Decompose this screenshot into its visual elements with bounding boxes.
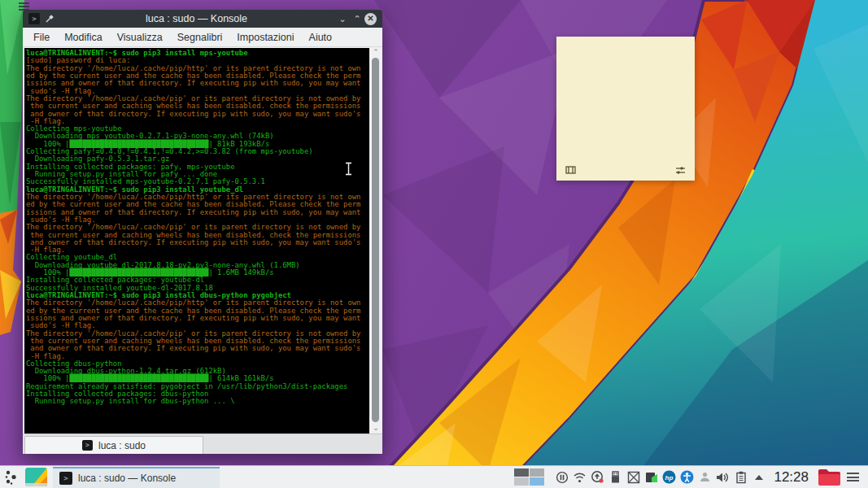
terminal-frame: luca@TRINGALINVENT:~$ sudo pip3 install … xyxy=(23,47,382,434)
panel-menu-icon[interactable] xyxy=(847,473,859,481)
format-toolbar-icon[interactable] xyxy=(565,165,576,175)
usb-device-icon[interactable] xyxy=(608,470,622,484)
svg-text:hp: hp xyxy=(665,474,674,481)
minimize-button[interactable]: ⌄ xyxy=(335,12,350,25)
digital-clock[interactable]: 12:28 xyxy=(774,469,809,486)
pin-icon xyxy=(45,14,55,24)
terminal-scrollbar[interactable]: ⌃ ⌄ xyxy=(369,47,382,434)
konsole-window: > luca : sudo — Konsole ⌄ ⌃ ✕ FileModifi… xyxy=(23,10,382,454)
menu-bar: FileModificaVisualizzaSegnalibriImpostaz… xyxy=(23,28,382,47)
accessibility-icon[interactable] xyxy=(680,470,694,484)
user-idle-icon[interactable] xyxy=(698,470,712,484)
text-cursor-icon xyxy=(344,162,353,176)
volume-icon[interactable] xyxy=(716,470,730,484)
hp-printer-icon[interactable]: hp xyxy=(662,470,676,484)
window-titlebar[interactable]: > luca : sudo — Konsole ⌄ ⌃ ✕ xyxy=(23,10,382,28)
task-label: luca : sudo — Konsole xyxy=(78,473,176,484)
konsole-app-icon: > xyxy=(28,13,40,24)
scroll-up-icon[interactable]: ⌃ xyxy=(369,48,382,56)
terminal-line: Running setup.py install for dbus-python… xyxy=(26,398,369,405)
menu-file[interactable]: File xyxy=(26,32,57,43)
settings-sliders-icon[interactable] xyxy=(675,165,686,175)
frame-icon[interactable] xyxy=(626,470,640,484)
desktop-folder-icon[interactable] xyxy=(25,468,47,486)
recorder-icon[interactable] xyxy=(644,470,658,484)
maximize-button[interactable]: ⌃ xyxy=(350,12,364,25)
sticky-note-widget[interactable] xyxy=(556,37,695,181)
pause-icon[interactable] xyxy=(555,470,569,484)
terminal-line: and owner of that directory. If executin… xyxy=(26,239,369,246)
window-title: luca : sudo — Konsole xyxy=(58,13,335,24)
menu-visualizza[interactable]: Visualizza xyxy=(110,32,170,43)
terminal-tab-icon: > xyxy=(82,440,93,451)
virtual-desktop-pager[interactable] xyxy=(514,468,544,486)
scroll-down-icon[interactable]: ⌄ xyxy=(369,424,382,432)
task-button-konsole[interactable]: > luca : sudo — Konsole xyxy=(53,467,220,488)
red-folder-icon[interactable] xyxy=(817,468,841,487)
menu-modifica[interactable]: Modifica xyxy=(57,32,110,43)
wifi-icon[interactable] xyxy=(573,470,587,484)
tab-luca-sudo[interactable]: > luca : sudo xyxy=(24,436,203,454)
tab-bar: > luca : sudo xyxy=(23,434,382,454)
tray-expander-icon[interactable] xyxy=(752,470,765,484)
tab-label: luca : sudo xyxy=(98,440,146,451)
menu-segnalibri[interactable]: Segnalibri xyxy=(170,32,230,43)
taskbar-panel: > luca : sudo — Konsole hp xyxy=(0,465,868,488)
close-button[interactable]: ✕ xyxy=(364,13,377,25)
konsole-task-icon: > xyxy=(59,472,72,485)
menu-aiuto[interactable]: Aiuto xyxy=(302,32,340,43)
scrollbar-thumb[interactable] xyxy=(372,58,379,422)
updates-icon[interactable] xyxy=(591,470,604,484)
menu-impostazioni[interactable]: Impostazioni xyxy=(229,32,301,43)
clipboard-icon[interactable] xyxy=(734,470,748,484)
terminal-output[interactable]: luca@TRINGALINVENT:~$ sudo pip3 install … xyxy=(24,48,369,434)
terminal-line: and owner of that directory. If executin… xyxy=(26,111,369,118)
system-tray: hp 12:28 xyxy=(514,468,868,487)
kde-launcher-icon[interactable] xyxy=(2,468,22,487)
terminal-line: and owner of that directory. If executin… xyxy=(26,345,369,352)
